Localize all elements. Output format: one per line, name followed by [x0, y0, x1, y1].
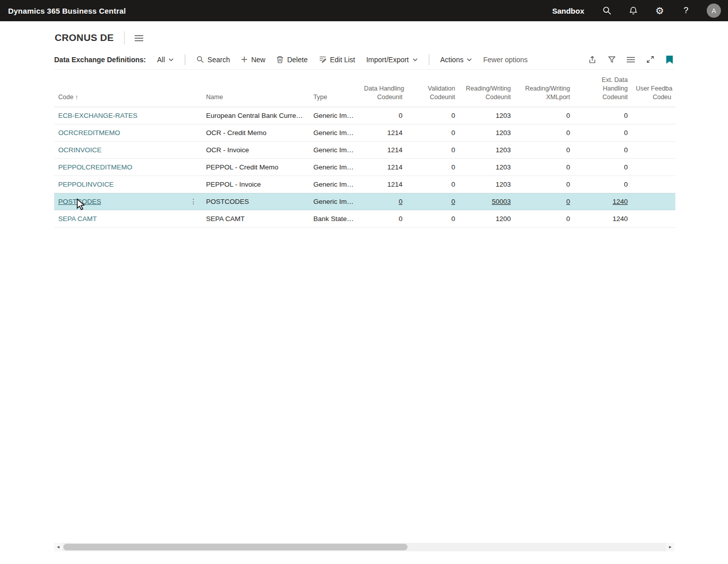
cell-ext_data_handling_codeunit: 0 — [574, 112, 632, 119]
cell-name: OCR - Invoice — [202, 146, 309, 154]
delete-button-label: Delete — [287, 56, 307, 64]
cell-code[interactable]: OCRCREDITMEMO — [54, 129, 202, 137]
action-bar: Data Exchange Definitions: All Search Ne… — [54, 50, 674, 70]
cell-validation_codeunit[interactable]: 0 — [407, 198, 459, 205]
cell-reading_writing_codeunit: 1203 — [459, 181, 515, 188]
cell-reading_writing_xmlport[interactable]: 0 — [515, 198, 574, 205]
row-options-icon[interactable]: ⋮ — [190, 197, 198, 205]
scrollbar-track[interactable] — [62, 543, 666, 551]
column-header-user_feedback_codeunit[interactable]: User FeedbaCodeu — [632, 84, 675, 102]
search-button[interactable]: Search — [196, 56, 230, 64]
table-row[interactable]: OCRINVOICEOCR - InvoiceGeneric Import121… — [54, 142, 675, 159]
edit-list-button-label: Edit List — [330, 56, 355, 64]
record-link[interactable]: PEPPOLINVOICE — [58, 181, 114, 188]
column-header-validation_codeunit[interactable]: ValidationCodeunit — [407, 84, 459, 102]
cell-ext_data_handling_codeunit: 0 — [574, 181, 632, 188]
fewer-options-button[interactable]: Fewer options — [483, 56, 528, 64]
column-header-label: Codeu — [636, 93, 671, 102]
table-body: ECB-EXCHANGE-RATESEuropean Central Bank … — [54, 107, 675, 228]
column-header-ext_data_handling_codeunit[interactable]: Ext. DataHandlingCodeunit — [574, 76, 632, 102]
cell-reading_writing_xmlport: 0 — [515, 215, 574, 223]
import-export-dropdown[interactable]: Import/Export — [366, 56, 417, 64]
expand-fullscreen-icon[interactable] — [645, 55, 655, 65]
cell-code[interactable]: PEPPOLINVOICE — [54, 181, 202, 188]
scroll-left-arrow-icon[interactable]: ◄ — [54, 543, 62, 551]
import-export-label: Import/Export — [366, 56, 409, 64]
filter-funnel-icon[interactable] — [606, 55, 617, 65]
table-row[interactable]: PEPPOLCREDITMEMOPEPPOL - Credit MemoGene… — [54, 159, 675, 176]
help-icon[interactable]: ? — [680, 5, 692, 16]
fewer-options-label: Fewer options — [483, 56, 528, 64]
list-caption: Data Exchange Definitions: — [54, 56, 146, 64]
column-header-label: Name — [206, 93, 305, 102]
view-filter-dropdown[interactable]: All — [157, 56, 174, 64]
record-link[interactable]: PEPPOLCREDITMEMO — [58, 163, 132, 171]
cell-name: SEPA CAMT — [202, 215, 309, 223]
scrollbar-thumb[interactable] — [63, 544, 408, 550]
cell-code[interactable]: POSTCODES⋮ — [54, 197, 202, 205]
table-row[interactable]: PEPPOLINVOICEPEPPOL - InvoiceGeneric Imp… — [54, 176, 675, 193]
column-header-reading_writing_codeunit[interactable]: Reading/WritingCodeunit — [459, 84, 515, 102]
cell-validation_codeunit: 0 — [407, 146, 459, 154]
list-view-icon[interactable] — [626, 55, 636, 65]
cell-code[interactable]: ECB-EXCHANGE-RATES — [54, 112, 202, 119]
column-header-name[interactable]: Name — [202, 93, 309, 102]
column-header-data_handling_codeunit[interactable]: Data HandlingCodeunit — [360, 84, 407, 102]
page-header: CRONUS DE — [0, 21, 728, 50]
cell-data_handling_codeunit: 1214 — [360, 129, 407, 137]
cell-data_handling_codeunit: 1214 — [360, 146, 407, 154]
edit-list-button[interactable]: Edit List — [319, 56, 355, 64]
cell-reading_writing_codeunit: 1203 — [459, 163, 515, 171]
cell-ext_data_handling_codeunit: 0 — [574, 146, 632, 154]
table-row[interactable]: POSTCODES⋮POSTCODESGeneric Import0050003… — [54, 193, 675, 210]
scroll-right-arrow-icon[interactable]: ► — [666, 543, 674, 551]
record-link[interactable]: ECB-EXCHANGE-RATES — [58, 112, 138, 119]
cell-data_handling_codeunit: 1214 — [360, 163, 407, 171]
app-title[interactable]: Dynamics 365 Business Central — [8, 7, 126, 15]
record-link[interactable]: POSTCODES — [58, 198, 101, 205]
cell-ext_data_handling_codeunit: 0 — [574, 163, 632, 171]
notifications-bell-icon[interactable] — [628, 5, 639, 16]
toolbar-right-icons — [587, 55, 674, 65]
chevron-down-icon — [467, 58, 472, 61]
cell-reading_writing_codeunit[interactable]: 50003 — [459, 198, 515, 205]
cell-code[interactable]: PEPPOLCREDITMEMO — [54, 163, 202, 171]
menu-hamburger-icon[interactable] — [135, 35, 143, 41]
cell-data_handling_codeunit: 0 — [360, 112, 407, 119]
cell-code[interactable]: SEPA CAMT — [54, 215, 202, 223]
cell-reading_writing_codeunit: 1203 — [459, 129, 515, 137]
cell-ext_data_handling_codeunit[interactable]: 1240 — [574, 198, 632, 205]
column-header-type[interactable]: Type — [309, 93, 360, 102]
environment-badge[interactable]: Sandbox — [552, 7, 584, 15]
new-button[interactable]: New — [241, 56, 265, 64]
cell-name: OCR - Credit Memo — [202, 129, 309, 137]
cell-validation_codeunit: 0 — [407, 112, 459, 119]
table-row[interactable]: OCRCREDITMEMOOCR - Credit MemoGeneric Im… — [54, 124, 675, 142]
record-link[interactable]: OCRCREDITMEMO — [58, 129, 120, 137]
cell-validation_codeunit: 0 — [407, 163, 459, 171]
bookmark-icon[interactable] — [664, 55, 674, 65]
column-header-reading_writing_xmlport[interactable]: Reading/WritingXMLport — [515, 84, 574, 102]
column-header-code[interactable]: Code ↑ — [54, 93, 202, 102]
cell-type: Generic Import — [309, 163, 360, 171]
toolbar-separator — [429, 54, 429, 65]
table-row[interactable]: ECB-EXCHANGE-RATESEuropean Central Bank … — [54, 107, 675, 124]
cell-reading_writing_codeunit: 1203 — [459, 146, 515, 154]
record-link[interactable]: SEPA CAMT — [58, 215, 97, 223]
settings-gear-icon[interactable]: ⚙ — [654, 5, 665, 16]
table-row[interactable]: SEPA CAMTSEPA CAMTBank Stateme...0012000… — [54, 210, 675, 228]
avatar[interactable]: A — [707, 4, 721, 18]
cell-data_handling_codeunit: 0 — [360, 215, 407, 223]
delete-button[interactable]: Delete — [276, 56, 307, 64]
edit-list-icon — [319, 56, 327, 63]
search-icon[interactable] — [601, 5, 613, 16]
column-header-label: Data Handling — [364, 84, 402, 93]
record-link[interactable]: OCRINVOICE — [58, 146, 102, 154]
plus-icon — [241, 56, 248, 63]
actions-dropdown[interactable]: Actions — [440, 56, 472, 64]
company-name[interactable]: CRONUS DE — [55, 32, 114, 44]
share-icon[interactable] — [587, 55, 597, 65]
horizontal-scrollbar[interactable]: ◄ ► — [54, 543, 674, 551]
cell-code[interactable]: OCRINVOICE — [54, 146, 202, 154]
cell-data_handling_codeunit[interactable]: 0 — [360, 198, 407, 205]
